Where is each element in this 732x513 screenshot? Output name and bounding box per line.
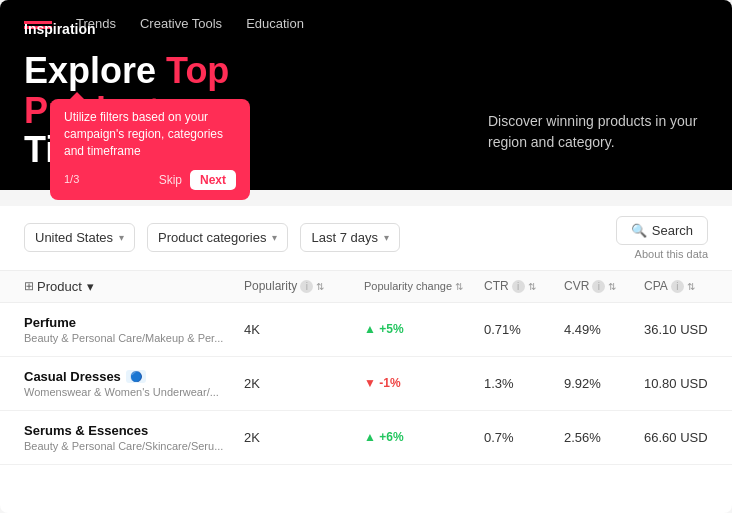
nav-link-creative[interactable]: Creative Tools — [140, 16, 222, 31]
app-container: Inspiration Trends Creative Tools Educat… — [0, 0, 732, 513]
search-button[interactable]: 🔍 Search — [616, 216, 708, 245]
change-0: ▲ +5% — [364, 322, 484, 336]
cvr-2: 2.56% — [564, 430, 644, 445]
col-header-cpa: CPA i ⇅ — [644, 279, 732, 293]
cvr-1: 9.92% — [564, 376, 644, 391]
product-column-filter[interactable]: Product ▾ — [37, 279, 94, 294]
product-col-label: Product — [37, 279, 82, 294]
table-row: Serums & Essences Beauty & Personal Care… — [0, 411, 732, 465]
ctr-col-label: CTR — [484, 279, 509, 293]
table-row: Perfume Beauty & Personal Care/Makeup & … — [0, 303, 732, 357]
pop-change-col-label: Popularity change — [364, 280, 452, 292]
category-chevron-icon: ▾ — [272, 232, 277, 243]
period-chevron-icon: ▾ — [384, 232, 389, 243]
col-header-ctr: CTR i ⇅ — [484, 279, 564, 293]
hero-title-top: Top — [166, 50, 229, 91]
tooltip-step: 1/3 — [64, 172, 79, 187]
product-name-1: Casual Dresses 🔵 — [24, 369, 244, 384]
products-table: ⊞ Product ▾ Popularity i ⇅ Popularity ch… — [0, 271, 732, 513]
search-about-container: 🔍 Search About this data — [616, 216, 708, 260]
cvr-sort-icon[interactable]: ⇅ — [608, 281, 616, 292]
nav-link-trends[interactable]: Trends — [76, 16, 116, 31]
popularity-info-icon: i — [300, 280, 313, 293]
table-header: ⊞ Product ▾ Popularity i ⇅ Popularity ch… — [0, 271, 732, 303]
category-value: Product categories — [158, 230, 266, 245]
search-icon: 🔍 — [631, 223, 647, 238]
popularity-col-label: Popularity — [244, 279, 297, 293]
cvr-info-icon: i — [592, 280, 605, 293]
category-filter[interactable]: Product categories ▾ — [147, 223, 288, 252]
cvr-0: 4.49% — [564, 322, 644, 337]
ctr-1: 1.3% — [484, 376, 564, 391]
period-value: Last 7 days — [311, 230, 378, 245]
product-cat-0: Beauty & Personal Care/Makeup & Per... — [24, 332, 244, 344]
product-name-0: Perfume — [24, 315, 244, 330]
tooltip-next-button[interactable]: Next — [190, 170, 236, 190]
product-cell-1: Casual Dresses 🔵 Womenswear & Women's Un… — [24, 369, 244, 398]
onboarding-tooltip: Utilize filters based on your campaign's… — [50, 99, 250, 199]
tooltip-actions: Skip Next — [159, 170, 236, 190]
ctr-info-icon: i — [512, 280, 525, 293]
col-header-product: ⊞ Product ▾ — [24, 279, 244, 294]
nav-link-education[interactable]: Education — [246, 16, 304, 31]
search-label: Search — [652, 223, 693, 238]
change-2: ▲ +6% — [364, 430, 484, 444]
tooltip-skip-button[interactable]: Skip — [159, 173, 182, 187]
product-cat-2: Beauty & Personal Care/Skincare/Seru... — [24, 440, 244, 452]
product-cell-2: Serums & Essences Beauty & Personal Care… — [24, 423, 244, 452]
about-data-link[interactable]: About this data — [635, 248, 708, 260]
product-name-2: Serums & Essences — [24, 423, 244, 438]
col-header-popularity-change: Popularity change ⇅ — [364, 280, 484, 292]
region-value: United States — [35, 230, 113, 245]
main-nav: Inspiration Trends Creative Tools Educat… — [24, 16, 708, 31]
region-filter[interactable]: United States ▾ — [24, 223, 135, 252]
ctr-2: 0.7% — [484, 430, 564, 445]
cpa-col-label: CPA — [644, 279, 668, 293]
region-chevron-icon: ▾ — [119, 232, 124, 243]
product-cell-0: Perfume Beauty & Personal Care/Makeup & … — [24, 315, 244, 344]
popularity-1: 2K — [244, 376, 364, 391]
col-header-cvr: CVR i ⇅ — [564, 279, 644, 293]
product-cat-1: Womenswear & Women's Underwear/... — [24, 386, 244, 398]
tooltip-text: Utilize filters based on your campaign's… — [64, 109, 236, 159]
cpa-1: 10.80 USD — [644, 376, 732, 391]
product-badge-1: 🔵 — [126, 370, 146, 383]
period-filter[interactable]: Last 7 days ▾ — [300, 223, 400, 252]
cpa-2: 66.60 USD — [644, 430, 732, 445]
nav-brand: Inspiration — [24, 19, 52, 29]
popularity-2: 2K — [244, 430, 364, 445]
col-header-popularity: Popularity i ⇅ — [244, 279, 364, 293]
table-row: Casual Dresses 🔵 Womenswear & Women's Un… — [0, 357, 732, 411]
hero-section: Inspiration Trends Creative Tools Educat… — [0, 0, 732, 190]
cpa-info-icon: i — [671, 280, 684, 293]
product-filter-icon: ⊞ — [24, 279, 34, 293]
ctr-sort-icon[interactable]: ⇅ — [528, 281, 536, 292]
product-col-chevron: ▾ — [87, 279, 94, 294]
cvr-col-label: CVR — [564, 279, 589, 293]
cpa-0: 36.10 USD — [644, 322, 732, 337]
change-1: ▼ -1% — [364, 376, 484, 390]
popularity-sort-icon[interactable]: ⇅ — [316, 281, 324, 292]
pop-change-sort-icon[interactable]: ⇅ — [455, 281, 463, 292]
ctr-0: 0.71% — [484, 322, 564, 337]
tooltip-footer: 1/3 Skip Next — [64, 170, 236, 190]
hero-description: Discover winning products in your region… — [488, 111, 708, 153]
popularity-0: 4K — [244, 322, 364, 337]
cpa-sort-icon[interactable]: ⇅ — [687, 281, 695, 292]
hero-title-explore: Explore — [24, 50, 166, 91]
